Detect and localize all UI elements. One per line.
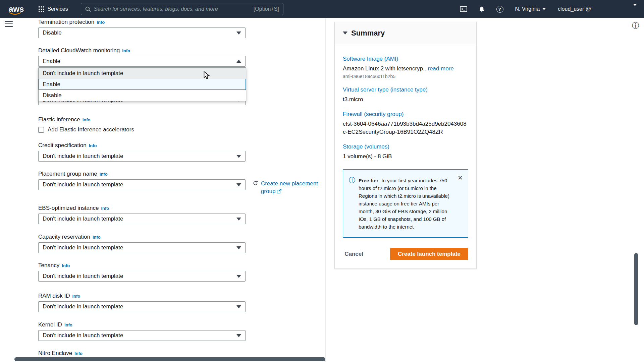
option-dont-include[interactable]: Don't include in launch template xyxy=(39,68,246,79)
storage-value: 1 volume(s) - 8 GiB xyxy=(343,153,468,161)
refresh-icon[interactable] xyxy=(253,180,258,187)
external-link-icon xyxy=(277,189,281,193)
account-chevron-down-icon[interactable] xyxy=(633,6,644,12)
ami-text: Amazon Linux 2 with letsencryp... xyxy=(343,65,428,72)
aws-console-screen: aws Services [Option+S] xyxy=(0,0,644,362)
elastic-inference-checkbox-row[interactable]: Add Elastic Inference accelerators xyxy=(38,126,246,133)
field-label: Kernel ID xyxy=(38,321,62,328)
placement-group-link-row: Create new placement group xyxy=(253,180,325,195)
summary-body: Software Image (AMI) Amazon Linux 2 with… xyxy=(335,44,476,238)
close-icon[interactable]: ✕ xyxy=(458,175,463,181)
kernel-id-select[interactable]: Don't include in launch template xyxy=(38,330,246,341)
info-link[interactable]: Info xyxy=(83,117,91,122)
content-divider xyxy=(325,18,326,362)
credit-specification-select[interactable]: Don't include in launch template xyxy=(38,151,246,162)
sidebar-menu-icon[interactable] xyxy=(5,21,13,27)
search-icon xyxy=(85,6,91,12)
info-link[interactable]: Info xyxy=(101,206,109,211)
instance-type-heading[interactable]: Virtual server type (instance type) xyxy=(343,86,468,93)
option-enable[interactable]: Enable xyxy=(39,79,246,90)
field-ram-disk-id: RAM disk IDInfo Don't include in launch … xyxy=(38,293,246,312)
instance-type-value: t3.micro xyxy=(343,96,468,104)
info-link[interactable]: Info xyxy=(100,172,108,177)
storage-heading[interactable]: Storage (volumes) xyxy=(343,143,468,150)
tenancy-select[interactable]: Don't include in launch template xyxy=(38,271,246,282)
summary-section-instance-type: Virtual server type (instance type) t3.m… xyxy=(343,86,468,104)
chevron-down-icon xyxy=(236,246,241,249)
cloudshell-icon[interactable] xyxy=(454,6,473,12)
summary-header[interactable]: Summary xyxy=(335,22,476,44)
info-link[interactable]: Info xyxy=(72,294,80,299)
create-placement-group-link[interactable]: Create new placement group xyxy=(261,180,325,195)
termination-protection-select[interactable]: Disable xyxy=(38,27,246,38)
chevron-down-icon xyxy=(236,334,241,337)
free-tier-text: In your first year includes 750 hours of… xyxy=(359,178,449,230)
ebs-optimized-select[interactable]: Don't include in launch template xyxy=(38,214,246,224)
summary-section-firewall: Firewall (security group) cfst-3604-0646… xyxy=(343,111,468,136)
capacity-reservation-select[interactable]: Don't include in launch template xyxy=(38,242,246,253)
cancel-button[interactable]: Cancel xyxy=(344,251,363,257)
chevron-down-icon xyxy=(236,305,241,308)
info-link[interactable]: Info xyxy=(74,351,83,356)
info-link[interactable]: Info xyxy=(122,48,130,53)
account-label: cloud_user @ xyxy=(558,6,591,12)
field-credit-specification: Credit specificationInfo Don't include i… xyxy=(38,142,246,162)
chevron-down-icon xyxy=(236,32,241,35)
placement-group-select[interactable]: Don't include in launch template xyxy=(38,179,246,190)
info-link[interactable]: Info xyxy=(97,20,105,25)
collapse-triangle-icon xyxy=(343,32,347,35)
region-selector[interactable]: N. Virginia xyxy=(509,6,552,12)
help-icon[interactable]: ? xyxy=(491,6,509,13)
global-search[interactable]: [Option+S] xyxy=(81,3,283,15)
firewall-heading[interactable]: Firewall (security group) xyxy=(343,111,468,118)
aws-logo[interactable]: aws xyxy=(9,5,24,13)
info-link[interactable]: Info xyxy=(64,322,72,327)
field-ebs-optimized: EBS-optimized instanceInfo Don't include… xyxy=(38,205,246,224)
checkbox[interactable] xyxy=(38,127,44,133)
horizontal-scrollbar[interactable] xyxy=(14,357,325,361)
summary-panel: Summary Software Image (AMI) Amazon Linu… xyxy=(334,22,477,269)
field-label: Termination protection xyxy=(38,19,94,25)
aws-smile-icon xyxy=(9,12,21,15)
chevron-down-icon xyxy=(542,8,546,10)
field-placement-group: Placement group nameInfo Don't include i… xyxy=(38,171,246,190)
field-label: Credit specification xyxy=(38,142,87,148)
vertical-scrollbar[interactable] xyxy=(634,253,638,325)
field-label: Placement group name xyxy=(38,171,97,177)
field-cloudwatch-monitoring: Detailed CloudWatch monitoringInfo Enabl… xyxy=(38,47,246,67)
read-more-link[interactable]: read more xyxy=(428,65,453,72)
chevron-down-icon xyxy=(236,183,241,186)
ram-disk-id-select[interactable]: Don't include in launch template xyxy=(38,301,246,312)
info-link[interactable]: Info xyxy=(62,263,70,268)
info-link[interactable]: Info xyxy=(89,143,97,148)
option-disable[interactable]: Disable xyxy=(39,90,246,101)
summary-section-storage: Storage (volumes) 1 volume(s) - 8 GiB xyxy=(343,143,468,161)
chevron-up-icon xyxy=(236,60,241,63)
chevron-down-icon xyxy=(236,155,241,158)
checkbox-label: Add Elastic Inference accelerators xyxy=(48,126,134,133)
firewall-value: cfst-3604-0646aa771b93b3bd4a25d9eb204360… xyxy=(343,120,468,136)
search-input[interactable] xyxy=(94,6,251,12)
summary-section-ami: Software Image (AMI) Amazon Linux 2 with… xyxy=(343,56,468,79)
summary-footer: Cancel Create launch template xyxy=(344,248,468,260)
field-label: Tenancy xyxy=(38,262,59,268)
field-nitro-enclave: Nitro EnclaveInfo xyxy=(38,350,246,357)
account-menu[interactable]: cloud_user @ xyxy=(552,6,597,12)
field-label: Nitro Enclave xyxy=(38,350,72,356)
services-menu[interactable]: Services xyxy=(39,6,68,12)
field-label: Detailed CloudWatch monitoring xyxy=(38,47,120,54)
free-tier-alert: ⓘ Free tier: In your first year includes… xyxy=(343,169,468,238)
nav-right-tools: ? N. Virginia cloud_user @ xyxy=(454,6,644,13)
info-link[interactable]: Info xyxy=(93,235,101,240)
ami-heading[interactable]: Software Image (AMI) xyxy=(343,56,468,62)
info-panel-icon[interactable]: ⓘ xyxy=(632,21,639,31)
cloudwatch-monitoring-options: Don't include in launch template Enable … xyxy=(38,67,246,101)
field-capacity-reservation: Capacity reservationInfo Don't include i… xyxy=(38,234,246,253)
field-label: Capacity reservation xyxy=(38,234,90,240)
top-navigation-bar: aws Services [Option+S] xyxy=(0,0,644,18)
chevron-down-icon xyxy=(236,218,241,221)
create-launch-template-button[interactable]: Create launch template xyxy=(390,248,468,260)
notifications-bell-icon[interactable] xyxy=(473,6,491,12)
cloudwatch-monitoring-select[interactable]: Enable xyxy=(38,56,246,67)
field-label: RAM disk ID xyxy=(38,293,70,299)
